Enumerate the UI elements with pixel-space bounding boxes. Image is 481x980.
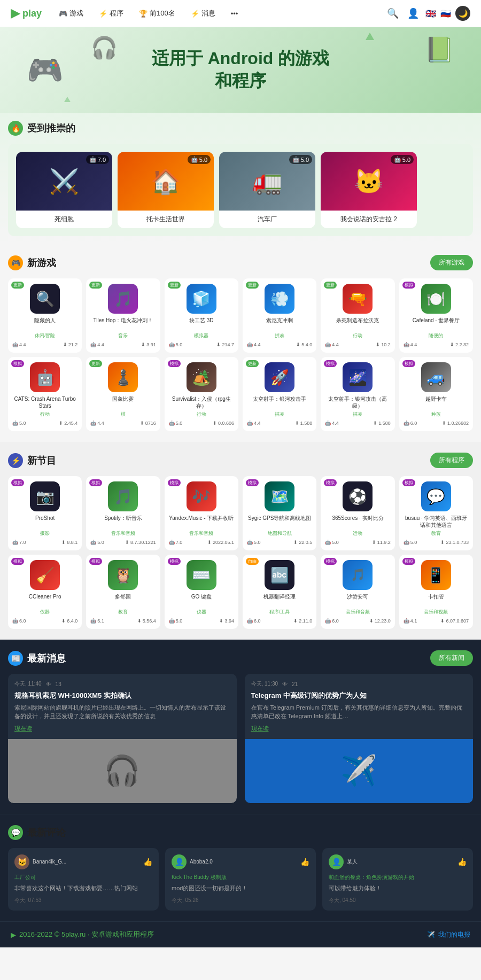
prog-cat-5: 教育 — [404, 530, 469, 537]
prog-card-6[interactable]: 模拟 🧹 CCleaner Pro 仪器 🤖6.0 ⬇6.4.0 — [8, 555, 82, 629]
review-time-1: 今天, 05:26 — [172, 897, 309, 904]
game-icon-7: ♟️ — [108, 362, 138, 392]
new-programs-section: ⚡ 新节目 所有程序 模拟 📷 ProShot 摄影 🤖7.0 ⬇8.8.1 模… — [0, 442, 481, 640]
game-cat-4: 行动 — [325, 332, 390, 339]
news-card-1[interactable]: 今天, 11:30 👁 21 Telegram 中高级订阅的优势广为人知 在官布… — [245, 674, 474, 803]
prog-card-7[interactable]: 模拟 🦉 多邻国 教育 🤖5.1 ⬇5.56.4 — [86, 555, 160, 629]
featured-app-3[interactable]: 🐱 🤖 5.0 我会说话的安吉拉 2 — [321, 152, 417, 228]
game-badge-2: 更新 — [168, 282, 181, 289]
review-like-0[interactable]: 👍 — [143, 858, 152, 866]
featured-app-1[interactable]: 🏠 🤖 5.0 托卡生活世界 — [118, 152, 214, 228]
game-card-2[interactable]: 更新 🧊 块工艺 3D 模拟器 🤖5.0 ⬇214.7 — [165, 278, 238, 353]
game-name-5: Cafeland · 世界餐厅 — [404, 317, 469, 331]
game-card-7[interactable]: 更新 ♟️ 国象比赛 棋 🤖4.4 ⬇8716 — [86, 357, 160, 431]
prog-card-1[interactable]: 模拟 🎵 Spotify：听音乐 音乐和音频 🤖5.0 ⬇8.7.30.1221 — [86, 476, 160, 550]
view-all-programs-button[interactable]: 所有程序 — [430, 453, 473, 468]
game-stats-11: 🤖6.0 ⬇1.0.26682 — [404, 421, 469, 426]
news-card-0[interactable]: 今天, 11:40 👁 13 规格耳机索尼 WH-1000XM5 实拍确认 索尼… — [8, 674, 237, 803]
new-games-title-text: 新游戏 — [27, 256, 56, 269]
game-icon-1: 🎵 — [108, 284, 138, 314]
game-stats-3: 🤖4.4 ⬇5.4.0 — [247, 342, 312, 347]
game-card-6[interactable]: 模拟 🤖 CATS: Crash Arena Turbo Stars 行动 🤖5… — [8, 357, 82, 431]
gamepad-decoration: 🎮 — [27, 53, 64, 88]
prog-icon-0: 📷 — [30, 481, 60, 511]
prog-stats-0: 🤖7.0 ⬇8.8.1 — [12, 540, 77, 545]
game-icon-8: 🏕️ — [187, 362, 216, 392]
prog-cat-0: 摄影 — [12, 530, 77, 537]
view-all-news-button[interactable]: 所有新闻 — [430, 650, 473, 666]
prog-card-4[interactable]: 模拟 ⚽ 365Scores · 实时比分 运动 🤖5.0 ⬇11.9.2 — [321, 476, 394, 550]
header-actions: 🔍 👤 🇬🇧 🇷🇺 🌙 — [385, 5, 470, 21]
review-card-0[interactable]: 🐱 Banan4ik_G... 👍 工厂公司 非常喜欢这个网站！下载游戏都要……… — [8, 848, 159, 911]
news-img-0: 🎧 — [8, 739, 237, 803]
prog-card-5[interactable]: 模拟 💬 busuu · 学习英语、西班牙话和其他语言 教育 🤖5.0 ⬇23.… — [399, 476, 473, 550]
site-logo[interactable]: ▶ play — [11, 6, 42, 20]
book-decoration: 📗 — [424, 35, 454, 64]
reviewer-info-0: 🐱 Banan4ik_G... — [14, 854, 66, 869]
prog-card-11[interactable]: 模拟 📱 卡扣管 音乐和视频 🤖4.1 ⬇6.07.0.607 — [399, 555, 473, 629]
game-card-9[interactable]: 更新 🚀 太空射手：银河攻击手 拼凑 🤖4.4 ⬇1.588 — [243, 357, 316, 431]
games-nav-label: 游戏 — [69, 9, 83, 18]
prog-cat-1: 音乐和音频 — [90, 530, 156, 537]
prog-badge-8: 模拟 — [168, 558, 181, 565]
search-button[interactable]: 🔍 — [385, 5, 401, 21]
user-button[interactable]: 👤 — [405, 5, 421, 21]
game-name-1: Tiles Hop：电火花冲刺！ — [90, 317, 156, 331]
review-card-1[interactable]: 👤 Aboba2.0 👍 Kick The Buddy 极制版 mod的图还没一… — [165, 848, 316, 911]
game-dl-5: ⬇2.2.32 — [450, 342, 469, 347]
featured-app-0[interactable]: ⚔️ 🤖 7.0 死细胞 — [16, 152, 112, 228]
prog-card-8[interactable]: 模拟 ⌨️ GO 键盘 仪器 🤖5.0 ⬇3.94 — [165, 555, 238, 629]
game-name-2: 块工艺 3D — [169, 317, 234, 331]
review-like-1[interactable]: 👍 — [300, 858, 309, 866]
prog-cat-3: 地图和导航 — [247, 530, 312, 537]
prog-name-10: 沙赞安可 — [325, 593, 390, 607]
game-card-3[interactable]: 更新 💨 索尼克冲刺 拼凑 🤖4.4 ⬇5.4.0 — [243, 278, 316, 353]
news-time-1: 今天, 11:30 — [251, 680, 278, 688]
featured-app-2[interactable]: 🚛 🤖 5.0 汽车厂 — [219, 152, 315, 228]
prog-card-10[interactable]: 模拟 🎵 沙赞安可 音乐和音频 🤖6.0 ⬇12.23.0 — [321, 555, 394, 629]
game-card-0[interactable]: 更新 🔍 隐藏的人 休闲/冒险 🤖4.4 ⬇21.2 — [8, 278, 82, 353]
game-badge-6: 模拟 — [11, 360, 24, 367]
lang-en-flag[interactable]: 🇬🇧 — [425, 9, 436, 19]
news-link-1[interactable]: 现在读 — [251, 725, 467, 733]
review-like-2[interactable]: 👍 — [457, 858, 467, 866]
review-card-2[interactable]: 👤 某人 👍 萌血堡的餐桌：角色扮演游戏的开始 可以带给魅力体验！ 今天, 04… — [322, 848, 473, 911]
nav-programs[interactable]: ⚡ 程序 — [92, 5, 130, 21]
featured-apps-list: ⚔️ 🤖 7.0 死细胞 🏠 🤖 5.0 托卡生活世界 🚛 — [8, 144, 473, 236]
prog-card-3[interactable]: 模拟 🗺️ Sygic GPS导航和离线地图 地图和导航 🤖5.0 ⬇22.0.… — [243, 476, 316, 550]
news-link-0[interactable]: 现在读 — [14, 725, 230, 733]
game-card-10[interactable]: 模拟 🌌 太空射手：银河攻击（高级） 拼凑 🤖4.4 ⬇1.588 — [321, 357, 394, 431]
game-cat-9: 拼凑 — [247, 411, 312, 418]
prog-stats-8: 🤖5.0 ⬇3.94 — [169, 618, 234, 624]
prog-badge-1: 模拟 — [89, 479, 102, 486]
review-app-2: 萌血堡的餐桌：角色扮演游戏的开始 — [329, 874, 467, 881]
game-card-11[interactable]: 模拟 🚙 越野卡车 种族 🤖6.0 ⬇1.0.26682 — [399, 357, 473, 431]
news-meta-1: 今天, 11:30 👁 21 — [251, 680, 467, 688]
prog-cat-8: 仪器 — [169, 609, 234, 616]
prog-name-11: 卡扣管 — [404, 593, 469, 607]
nav-games[interactable]: 🎮 游戏 — [52, 5, 90, 21]
game-card-8[interactable]: 模拟 🏕️ Survivalist：入侵（rpg生存） 行动 🤖5.0 ⬇0.0… — [165, 357, 238, 431]
game-card-1[interactable]: 更新 🎵 Tiles Hop：电火花冲刺！ 音乐 🤖4.4 ⬇3.91 — [86, 278, 160, 353]
nav-top100[interactable]: 🏆 前100名 — [133, 5, 182, 21]
game-stats-0: 🤖4.4 ⬇21.2 — [12, 342, 77, 347]
game-name-10: 太空射手：银河攻击（高级） — [325, 395, 390, 409]
game-card-4[interactable]: 更新 🔫 杀死制造布拉沃克 行动 🤖4.4 ⬇10.2 — [321, 278, 394, 353]
game-rating-0: 🤖4.4 — [12, 342, 26, 347]
nav-news[interactable]: ⚡ 消息 — [184, 5, 222, 21]
game-name-6: CATS: Crash Arena Turbo Stars — [12, 395, 77, 409]
prog-card-2[interactable]: 模拟 🎶 Yandex.Music - 下载并收听 音乐和音频 🤖7.0 ⬇20… — [165, 476, 238, 550]
news-content-0: 今天, 11:40 👁 13 规格耳机索尼 WH-1000XM5 实拍确认 索尼… — [8, 674, 237, 739]
prog-card-9[interactable]: 自由 🔤 机器翻译经理 程序/工具 🤖6.0 ⬇2.11.0 — [243, 555, 316, 629]
prog-card-0[interactable]: 模拟 📷 ProShot 摄影 🤖7.0 ⬇8.8.1 — [8, 476, 82, 550]
nav-more[interactable]: ••• — [224, 5, 245, 21]
lang-ru-flag[interactable]: 🇷🇺 — [440, 9, 451, 19]
view-all-games-button[interactable]: 所有游戏 — [430, 255, 473, 270]
new-games-grid-row1: 更新 🔍 隐藏的人 休闲/冒险 🤖4.4 ⬇21.2 更新 🎵 Tiles Ho… — [8, 278, 473, 353]
prog-name-0: ProShot — [12, 515, 77, 528]
game-badge-9: 更新 — [246, 360, 259, 367]
theme-toggle-button[interactable]: 🌙 — [455, 6, 470, 21]
game-card-5[interactable]: 模拟 🍽️ Cafeland · 世界餐厅 随便的 🤖4.4 ⬇2.2.32 — [399, 278, 473, 353]
news-emoji-1: ✈️ — [340, 753, 377, 788]
footer-telegram[interactable]: ✈️ 我们的电报 — [427, 930, 470, 939]
